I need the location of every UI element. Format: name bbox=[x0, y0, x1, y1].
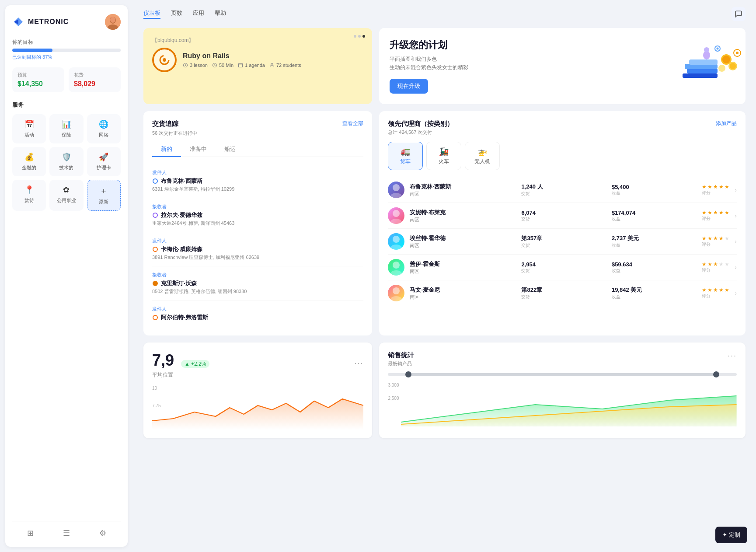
sales-subtitle: 最畅销产品 bbox=[388, 360, 414, 367]
category-tab-2[interactable]: 🚁无人机 bbox=[465, 142, 500, 170]
agent-avatar-svg bbox=[388, 233, 404, 250]
topnav-link-应用[interactable]: 应用 bbox=[193, 9, 204, 19]
service-item-add[interactable]: ＋添新 bbox=[87, 180, 121, 211]
agent-rating-container-1: ★★★★★ 评分 bbox=[702, 210, 729, 222]
service-item-activity[interactable]: 📅活动 bbox=[12, 114, 46, 143]
delivery-name: 卡梅伦·威廉姆森 bbox=[152, 245, 363, 253]
agent-region-1: 南区 bbox=[410, 217, 516, 223]
hospitality-label: 款待 bbox=[24, 197, 34, 204]
service-item-hospitality[interactable]: 📍款待 bbox=[12, 180, 46, 211]
agent-stat-label-2: 交货 bbox=[521, 242, 606, 248]
topnav-link-帮助[interactable]: 帮助 bbox=[215, 9, 226, 19]
topnav-link-页数[interactable]: 页数 bbox=[171, 9, 182, 19]
illustration-svg bbox=[674, 42, 744, 90]
goal-label: 你的目标 bbox=[12, 38, 121, 46]
message-icon[interactable] bbox=[732, 7, 746, 21]
nursing-icon: 🚀 bbox=[99, 152, 108, 162]
stats-menu-dots[interactable]: ··· bbox=[354, 359, 363, 368]
svg-point-31 bbox=[390, 193, 402, 198]
chat-svg bbox=[735, 10, 742, 18]
agent-row: 安妮特·布莱克 南区 6,074 交货 $174,074 收益 ★★★★★ 评分… bbox=[388, 203, 737, 229]
agent-stat-label-0: 交货 bbox=[521, 191, 606, 197]
agent-row: 布鲁克林·西蒙斯 南区 1,240 人 交货 $5,400 收益 ★★★★★ 评… bbox=[388, 177, 737, 203]
agent-rating-4: ★★★★★ bbox=[702, 287, 729, 293]
clock-icon bbox=[183, 63, 188, 68]
agent-revenue-value-4: 19,842 美元 bbox=[612, 286, 697, 294]
delivery-address: 6391 埃尔金圣塞莱斯, 特拉华州 10299 bbox=[152, 186, 363, 192]
agent-arrow-3[interactable]: › bbox=[735, 264, 737, 271]
svg-point-22 bbox=[717, 48, 719, 50]
upgrade-button[interactable]: 现在升级 bbox=[390, 79, 428, 94]
delivery-tab-1[interactable]: 准备中 bbox=[181, 142, 216, 157]
agent-stat-label-4: 交货 bbox=[521, 294, 606, 300]
agent-region-3: 南区 bbox=[410, 268, 516, 275]
avg-label: 平均位置 bbox=[152, 371, 363, 379]
stats-card: 7,9 ▲ +2.2% ··· 平均位置 10 7.75 bbox=[143, 342, 372, 438]
upgrade-text: 升级您的计划 平面插图和我们多色 生动的未混合紫色头发女士的精彩 现在升级 bbox=[390, 38, 468, 94]
star-0: ★ bbox=[702, 261, 707, 267]
service-item-nursing[interactable]: 🚀护理卡 bbox=[87, 147, 121, 176]
course-meta: 3 lesson 50 Min 1 agenda bbox=[183, 63, 363, 68]
agent-avatar-svg bbox=[388, 285, 404, 301]
svg-point-29 bbox=[153, 315, 157, 320]
star-2: ★ bbox=[713, 287, 718, 293]
delivery-tab-2[interactable]: 船运 bbox=[216, 142, 244, 157]
file-icon[interactable]: ☰ bbox=[63, 528, 70, 538]
category-tab-1[interactable]: 🚂火车 bbox=[426, 142, 461, 170]
star-3: ★ bbox=[719, 184, 724, 190]
view-all-link[interactable]: 查看全部 bbox=[342, 120, 363, 127]
mid-row: 交货追踪 查看全部 56 次交付正在进行中 新的准备中船运 发件人 布鲁克林·西… bbox=[143, 111, 746, 335]
add-label: 添新 bbox=[99, 199, 108, 205]
topnav-link-仪表板[interactable]: 仪表板 bbox=[143, 9, 160, 19]
category-tab-0[interactable]: 🚛货车 bbox=[388, 142, 423, 170]
agent-rating-container-2: ★★★★★ 评分 bbox=[702, 235, 729, 248]
sidebar-header: METRONIC bbox=[12, 14, 121, 30]
topnav-right bbox=[732, 7, 746, 21]
agent-region-0: 南区 bbox=[410, 191, 516, 197]
agent-arrow-0[interactable]: › bbox=[735, 186, 737, 193]
agent-avatar-svg bbox=[388, 259, 404, 276]
agent-name-2: 埃丝特·霍华德 bbox=[410, 234, 516, 242]
agent-row: 盖伊·霍金斯 南区 2,954 交货 $59,634 收益 ★★★★★ 评分 › bbox=[388, 255, 737, 280]
service-item-technical[interactable]: 🛡️技术的 bbox=[49, 147, 83, 176]
agent-stat-0: 1,240 人 交货 bbox=[521, 183, 606, 197]
avatar-image bbox=[105, 14, 121, 30]
svg-point-38 bbox=[393, 287, 400, 294]
settings-icon[interactable]: ⚙ bbox=[99, 528, 106, 538]
sidebar: METRONIC 你的目标 已达到目标的 37% 预算 $14,350 花费 $… bbox=[5, 5, 128, 547]
star-2: ★ bbox=[713, 261, 718, 267]
agent-arrow-4[interactable]: › bbox=[735, 290, 737, 297]
category-icon-1: 🚂 bbox=[439, 147, 449, 156]
layers-icon[interactable]: ⊞ bbox=[27, 528, 34, 538]
star-4: ★ bbox=[725, 235, 729, 241]
sales-y-2500: 2,500 bbox=[388, 396, 399, 401]
delivery-tab-0[interactable]: 新的 bbox=[152, 142, 181, 157]
agent-avatar-3 bbox=[388, 259, 404, 276]
delivery-header: 交货追踪 查看全部 bbox=[152, 120, 363, 128]
budget-value: $14,350 bbox=[17, 80, 59, 88]
star-1: ★ bbox=[707, 261, 712, 267]
service-item-network[interactable]: 🌐网络 bbox=[87, 114, 121, 143]
service-item-financial[interactable]: 💰金融的 bbox=[12, 147, 46, 176]
agent-arrow-2[interactable]: › bbox=[735, 238, 737, 245]
featured-dots bbox=[354, 35, 365, 38]
agent-revenue-1: $174,074 收益 bbox=[612, 210, 697, 222]
avatar[interactable] bbox=[105, 14, 121, 30]
course-circle bbox=[152, 48, 177, 72]
delivery-role: 发件人 bbox=[152, 306, 363, 312]
service-item-public[interactable]: ✿公用事业 bbox=[49, 180, 83, 211]
dot-1 bbox=[354, 35, 356, 38]
agent-arrow-1[interactable]: › bbox=[735, 212, 737, 219]
customize-button[interactable]: ✦ 定制 bbox=[715, 527, 747, 543]
trend-value: +2.2% bbox=[191, 361, 206, 367]
agent-rating-label-2: 评分 bbox=[702, 241, 729, 248]
slider-thumb-right[interactable] bbox=[713, 371, 719, 377]
slider-thumb-left[interactable] bbox=[405, 371, 411, 377]
progress-bar bbox=[12, 49, 121, 52]
star-2: ★ bbox=[713, 184, 718, 190]
svg-rect-12 bbox=[689, 59, 718, 65]
sales-menu-dots[interactable]: ··· bbox=[728, 351, 737, 360]
agent-revenue-2: 2,737 美元 收益 bbox=[612, 234, 697, 248]
add-product-button[interactable]: 添加产品 bbox=[716, 120, 737, 127]
service-item-insurance[interactable]: 📊保险 bbox=[49, 114, 83, 143]
